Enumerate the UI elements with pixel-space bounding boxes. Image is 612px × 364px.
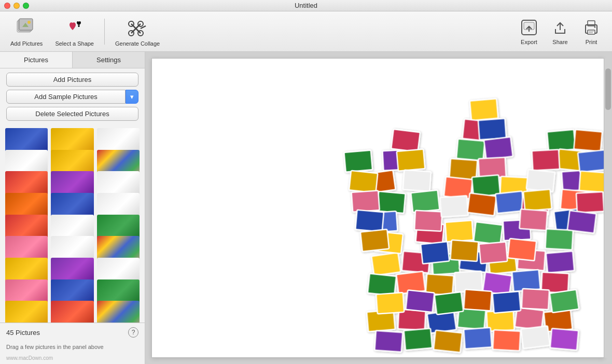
svg-rect-32 — [493, 330, 521, 351]
picture-thumb-25[interactable] — [5, 301, 48, 323]
svg-rect-61 — [450, 240, 478, 261]
add-sample-row: Add Sample Pictures ▾ — [6, 90, 138, 104]
add-sample-dropdown[interactable]: ▾ — [126, 90, 138, 104]
svg-rect-85 — [467, 193, 496, 216]
share-label: Share — [552, 39, 567, 45]
pictures-count: 45 Pictures — [6, 329, 40, 337]
svg-rect-102 — [567, 211, 596, 233]
print-action[interactable]: Print — [577, 16, 606, 47]
svg-rect-94 — [532, 149, 560, 170]
add-pictures-button[interactable]: Add Pictures — [6, 73, 138, 87]
svg-rect-106 — [355, 210, 384, 232]
svg-rect-60 — [421, 242, 449, 264]
svg-rect-84 — [440, 195, 468, 217]
svg-rect-96 — [523, 189, 552, 211]
svg-rect-57 — [445, 220, 473, 242]
toolbar-actions: Add Pictures Select a Shape — [6, 13, 164, 49]
window-title: Untitled — [295, 2, 317, 9]
picture-thumb-27[interactable] — [97, 301, 140, 323]
svg-rect-35 — [371, 253, 400, 276]
window-controls[interactable] — [4, 3, 29, 9]
generate-collage-label: Generate Collage — [115, 40, 160, 47]
svg-rect-52 — [464, 289, 492, 311]
sidebar-tabs: Pictures Settings — [0, 52, 145, 68]
share-action[interactable]: Share — [546, 16, 575, 47]
svg-rect-97 — [519, 209, 547, 230]
toolbar-separator — [104, 19, 105, 45]
svg-rect-51 — [435, 292, 464, 315]
tab-settings[interactable]: Settings — [73, 52, 145, 68]
svg-rect-88 — [547, 130, 576, 151]
svg-point-20 — [594, 26, 596, 27]
svg-rect-65 — [377, 191, 406, 213]
main-content: Pictures Settings Add Pictures Add Sampl… — [0, 52, 612, 364]
svg-rect-34 — [550, 328, 579, 350]
svg-rect-98 — [574, 130, 602, 151]
svg-rect-17 — [588, 30, 595, 34]
picture-thumb-26[interactable] — [51, 301, 93, 323]
sidebar-buttons: Add Pictures Add Sample Pictures ▾ Delet… — [0, 68, 145, 125]
svg-rect-71 — [403, 170, 431, 191]
print-icon — [582, 18, 601, 37]
add-pictures-toolbar-item[interactable]: Add Pictures — [6, 13, 47, 49]
svg-rect-41 — [546, 251, 575, 273]
add-pictures-label: Add Pictures — [10, 40, 43, 47]
svg-rect-54 — [522, 289, 550, 310]
svg-rect-107 — [360, 229, 389, 251]
svg-rect-50 — [406, 290, 434, 312]
svg-rect-103 — [344, 150, 372, 172]
collage-svg — [152, 59, 604, 357]
canvas-scrollbar[interactable] — [604, 58, 612, 358]
add-pictures-icon — [15, 16, 38, 38]
sidebar: Pictures Settings Add Pictures Add Sampl… — [0, 52, 145, 364]
svg-rect-101 — [576, 192, 604, 213]
generate-collage-icon — [126, 16, 149, 38]
svg-rect-78 — [484, 137, 513, 160]
svg-rect-76 — [478, 118, 506, 139]
generate-collage-toolbar-item[interactable]: Generate Collage — [111, 13, 164, 49]
svg-rect-93 — [545, 229, 573, 249]
watermark: www.macDown.com — [0, 354, 145, 364]
svg-rect-99 — [578, 150, 604, 172]
share-icon — [551, 18, 569, 37]
svg-point-4 — [27, 21, 31, 24]
select-shape-toolbar-item[interactable]: Select a Shape — [51, 13, 98, 49]
svg-rect-104 — [349, 171, 378, 193]
svg-rect-45 — [455, 271, 483, 292]
titlebar: Untitled — [0, 0, 612, 11]
svg-rect-28 — [374, 331, 402, 352]
svg-rect-74 — [470, 99, 498, 120]
minimize-button[interactable] — [13, 3, 20, 9]
print-label: Print — [586, 39, 597, 45]
maximize-button[interactable] — [23, 3, 29, 9]
svg-rect-100 — [579, 171, 604, 192]
add-sample-button[interactable]: Add Sample Pictures — [6, 90, 126, 104]
select-shape-label: Select a Shape — [55, 40, 94, 47]
svg-rect-49 — [376, 292, 404, 314]
svg-rect-72 — [411, 190, 439, 213]
collage-container — [152, 59, 604, 357]
canvas-inner[interactable] — [151, 58, 604, 358]
toolbar: Add Pictures Select a Shape — [0, 11, 612, 52]
canvas-area — [145, 52, 612, 364]
svg-rect-58 — [474, 222, 503, 245]
scrollbar-thumb[interactable] — [605, 68, 611, 110]
svg-rect-55 — [550, 289, 579, 313]
svg-rect-31 — [464, 328, 492, 349]
svg-rect-62 — [479, 242, 508, 263]
export-icon — [520, 18, 538, 37]
svg-rect-81 — [444, 177, 472, 199]
toolbar-right-actions: Export Share — [514, 16, 606, 47]
svg-rect-53 — [492, 291, 521, 313]
svg-rect-95 — [526, 170, 555, 192]
svg-rect-77 — [456, 139, 485, 161]
sidebar-hint: Drag a few pictures in the panel above — [0, 342, 145, 354]
picture-grid — [0, 125, 145, 323]
delete-selected-button[interactable]: Delete Selected Pictures — [6, 107, 138, 121]
svg-rect-42 — [368, 274, 396, 296]
help-button[interactable]: ? — [128, 327, 138, 338]
tab-pictures[interactable]: Pictures — [0, 52, 73, 68]
close-button[interactable] — [4, 3, 10, 9]
export-action[interactable]: Export — [514, 16, 544, 47]
svg-rect-70 — [397, 149, 425, 171]
